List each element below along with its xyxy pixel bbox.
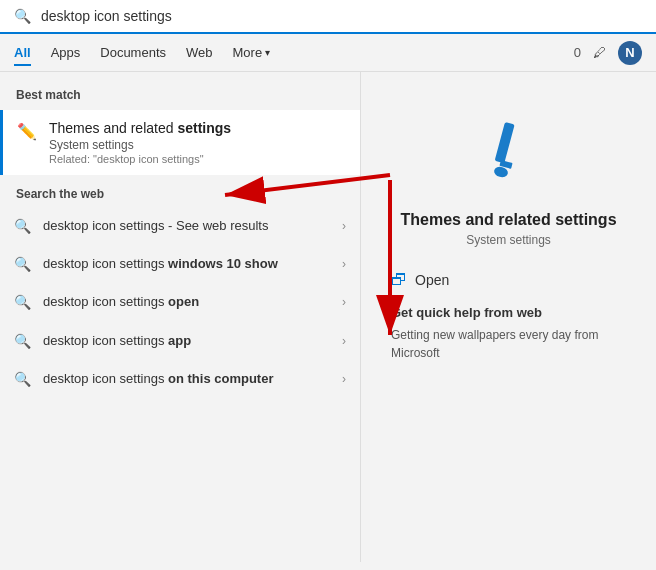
search-web-icon-3: 🔍 xyxy=(14,294,31,310)
settings-icon: ✏️ xyxy=(17,122,37,141)
best-match-item-related: Related: "desktop icon settings" xyxy=(49,153,231,165)
web-result-4[interactable]: 🔍 desktop icon settings app › xyxy=(0,322,360,360)
best-match-item[interactable]: ✏️ Themes and related settings System se… xyxy=(0,110,360,175)
web-result-1[interactable]: 🔍 desktop icon settings - See web result… xyxy=(0,207,360,245)
user-avatar[interactable]: N xyxy=(618,41,642,65)
quick-help: Get quick help from web Getting new wall… xyxy=(391,305,636,362)
tabs-right: 0 🖊 N xyxy=(574,41,642,65)
tab-documents[interactable]: Documents xyxy=(100,41,166,64)
svg-rect-0 xyxy=(494,122,514,163)
web-result-text-3: desktop icon settings open xyxy=(43,293,334,311)
open-button[interactable]: 🗗 Open xyxy=(391,271,449,289)
best-match-item-title: Themes and related settings xyxy=(49,120,231,136)
chevron-right-icon-3: › xyxy=(342,295,346,309)
search-input[interactable]: desktop icon settings xyxy=(41,8,642,24)
tab-all[interactable]: All xyxy=(14,41,31,64)
web-result-text-2: desktop icon settings windows 10 show xyxy=(43,255,334,273)
app-icon-area xyxy=(479,112,539,195)
web-result-text-1: desktop icon settings - See web results xyxy=(43,217,334,235)
tab-apps[interactable]: Apps xyxy=(51,41,81,64)
main-content: Best match ✏️ Themes and related setting… xyxy=(0,72,656,562)
open-label: Open xyxy=(415,272,449,288)
search-web-icon-1: 🔍 xyxy=(14,218,31,234)
web-result-text-5: desktop icon settings on this computer xyxy=(43,370,334,388)
best-match-text: Themes and related settings System setti… xyxy=(49,120,231,165)
web-result-text-4: desktop icon settings app xyxy=(43,332,334,350)
paintbrush-icon xyxy=(479,112,539,192)
search-icon: 🔍 xyxy=(14,8,31,24)
right-panel: Themes and related settings System setti… xyxy=(361,72,656,562)
web-result-3[interactable]: 🔍 desktop icon settings open › xyxy=(0,283,360,321)
left-panel: Best match ✏️ Themes and related setting… xyxy=(0,72,360,562)
search-web-icon-5: 🔍 xyxy=(14,371,31,387)
chevron-right-icon-5: › xyxy=(342,372,346,386)
best-match-title: Best match xyxy=(0,84,360,110)
quick-help-desc: Getting new wallpapers every day from Mi… xyxy=(391,326,636,362)
web-result-5[interactable]: 🔍 desktop icon settings on this computer… xyxy=(0,360,360,398)
tabs-bar: All Apps Documents Web More ▾ 0 🖊 N xyxy=(0,34,656,72)
search-web-icon-4: 🔍 xyxy=(14,333,31,349)
chevron-right-icon-1: › xyxy=(342,219,346,233)
tab-web[interactable]: Web xyxy=(186,41,213,64)
chevron-right-icon-2: › xyxy=(342,257,346,271)
best-match-item-subtitle: System settings xyxy=(49,138,231,152)
open-icon: 🗗 xyxy=(391,271,407,289)
web-result-2[interactable]: 🔍 desktop icon settings windows 10 show … xyxy=(0,245,360,283)
feedback-icon: 🖊 xyxy=(593,45,606,60)
notification-badge: 0 xyxy=(574,45,581,60)
chevron-right-icon-4: › xyxy=(342,334,346,348)
web-search-title: Search the web xyxy=(0,177,360,207)
right-app-title: Themes and related settings xyxy=(400,211,616,229)
tab-more[interactable]: More ▾ xyxy=(233,41,271,64)
quick-help-title: Get quick help from web xyxy=(391,305,636,320)
chevron-down-icon: ▾ xyxy=(265,47,270,58)
search-bar: 🔍 desktop icon settings xyxy=(0,0,656,34)
right-app-subtitle: System settings xyxy=(466,233,551,247)
search-web-icon-2: 🔍 xyxy=(14,256,31,272)
